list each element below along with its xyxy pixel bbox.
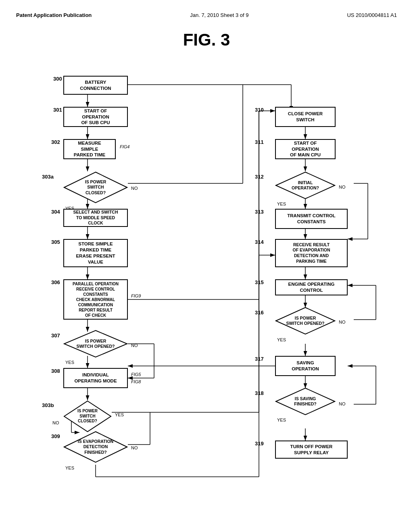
no-303b: NO xyxy=(52,420,59,425)
box-313: TRANSMIT CONTROL CONSTANTS xyxy=(275,209,348,229)
diamond-307: IS POWER SWITCH OPENED? xyxy=(63,330,128,358)
no-307: NO xyxy=(131,343,138,348)
label-310: 310 xyxy=(255,107,264,113)
header-left: Patent Application Publication xyxy=(16,12,92,18)
diamond-316: IS POWER SWITCH OPENED? xyxy=(275,307,336,335)
box-300: BATTERY CONNECTION xyxy=(63,76,128,95)
fig9-ref: FIG9 xyxy=(131,293,141,298)
yes-309: YES xyxy=(65,466,74,470)
diamond-303b: IS POWER SWITCH CLOSED? xyxy=(63,400,112,432)
header-right: US 2010/0004811 A1 xyxy=(347,12,397,18)
fig8-ref: FIG8 xyxy=(131,379,141,384)
label-301: 301 xyxy=(53,107,62,113)
header-center: Jan. 7, 2010 Sheet 3 of 9 xyxy=(190,12,248,18)
yes-318: YES xyxy=(277,418,286,422)
no-303a: NO xyxy=(131,186,138,191)
diamond-312: INITIAL OPERATION? xyxy=(275,171,336,200)
label-311: 311 xyxy=(255,139,264,145)
label-308: 308 xyxy=(51,368,60,374)
label-303b: 303b xyxy=(42,402,54,408)
label-316: 316 xyxy=(255,310,264,316)
no-318: NO xyxy=(339,401,346,406)
label-300: 300 xyxy=(53,76,62,82)
box-311: START OF OPERATION OF MAIN CPU xyxy=(275,139,336,159)
label-312: 312 xyxy=(255,174,264,180)
no-309: NO xyxy=(131,445,138,450)
box-314: RECEIVE RESULT OF EVAPORATION DETECTION … xyxy=(275,239,348,267)
label-304: 304 xyxy=(51,209,60,215)
yes-303b: YES xyxy=(115,412,124,417)
yes-307: YES xyxy=(65,360,74,365)
label-309: 309 xyxy=(51,433,60,439)
diamond-309: IS EVAPORATION DETECTION FINISHED? xyxy=(63,431,128,463)
header: Patent Application Publication Jan. 7, 2… xyxy=(16,8,397,22)
no-316: NO xyxy=(339,320,346,324)
box-301: START OF OPERATION OF SUB CPU xyxy=(63,107,128,127)
box-305: STORE SIMPLE PARKED TIME ERASE PRESENT V… xyxy=(63,239,128,267)
box-306: PARALLEL OPERATION RECEIVE CONTROL CONST… xyxy=(63,279,128,320)
box-317: SAVING OPERATION xyxy=(275,356,336,376)
label-302: 302 xyxy=(51,139,60,145)
label-307: 307 xyxy=(51,332,60,339)
box-304: SELECT AND SWITCH TO MIDDLE SPEED CLOCK xyxy=(63,209,128,227)
label-318: 318 xyxy=(255,390,264,396)
box-315: ENGINE OPERATING CONTROL xyxy=(275,279,348,295)
label-303a: 303a xyxy=(42,174,54,180)
diamond-303a: IS POWER SWITCH CLOSED? xyxy=(63,171,128,204)
label-313: 313 xyxy=(255,209,264,215)
box-319: TURN OFF POWER SUPPLY RELAY xyxy=(275,441,348,459)
no-312: NO xyxy=(339,185,346,189)
page: Patent Application Publication Jan. 7, 2… xyxy=(0,0,413,532)
diamond-318: IS SAVING FINISHED? xyxy=(275,387,336,416)
label-319: 319 xyxy=(255,441,264,447)
yes-316: YES xyxy=(277,337,286,342)
label-317: 317 xyxy=(255,356,264,362)
label-314: 314 xyxy=(255,239,264,245)
fig4-ref: FIG4 xyxy=(120,144,129,149)
box-310: CLOSE POWER SWITCH xyxy=(275,107,336,127)
label-315: 315 xyxy=(255,279,264,285)
label-305: 305 xyxy=(51,239,60,245)
yes-312: YES xyxy=(277,202,286,206)
figure-title: FIG. 3 xyxy=(16,30,397,50)
box-302: MEASURE SIMPLE PARKED TIME xyxy=(63,139,116,159)
fig5-ref: FIG5 xyxy=(131,372,141,377)
diagram: 300 BATTERY CONNECTION 301 START OF OPER… xyxy=(25,62,388,525)
box-308: INDIVIDUAL OPERATING MODE xyxy=(63,368,128,388)
label-306: 306 xyxy=(51,279,60,285)
